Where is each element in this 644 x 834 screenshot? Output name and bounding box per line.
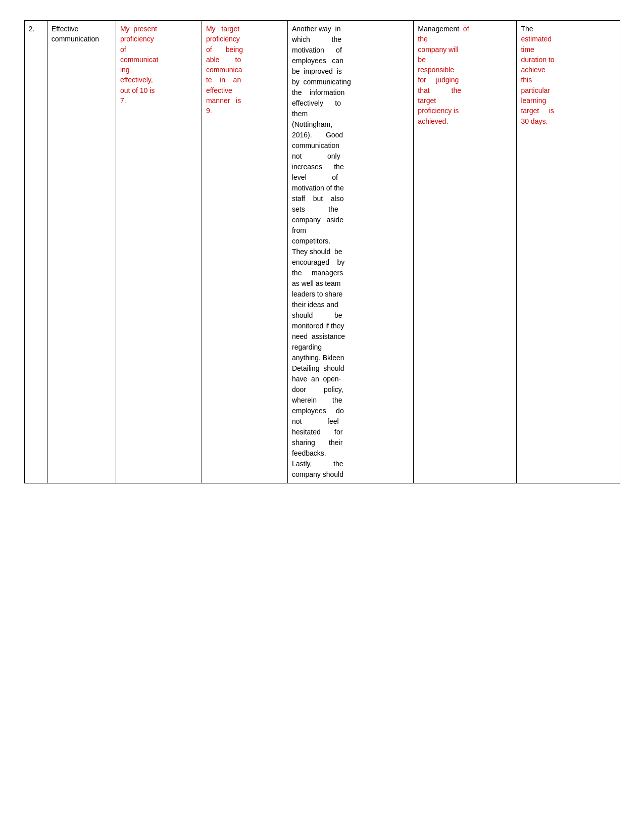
time-cell: The estimated time duration to achieve t… bbox=[517, 21, 620, 483]
topic-cell: Effective communication bbox=[47, 21, 116, 483]
target-proficiency-text: My target proficiency of being able to c… bbox=[206, 25, 243, 115]
time-text: estimated time duration to achieve this … bbox=[521, 35, 554, 125]
topic-line1: Effective bbox=[52, 24, 112, 34]
management-text: of the company will be responsible for j… bbox=[418, 25, 469, 125]
row-number: 2. bbox=[29, 25, 35, 33]
main-table: 2. Effective communication My present pr… bbox=[24, 20, 620, 483]
page-container: 2. Effective communication My present pr… bbox=[14, 10, 630, 494]
another-way-text: Another way in which the motivation of e… bbox=[292, 24, 409, 480]
present-proficiency-cell: My present proficiency of communicat ing… bbox=[116, 21, 202, 483]
another-way-cell: Another way in which the motivation of e… bbox=[287, 21, 413, 483]
row-number-cell: 2. bbox=[24, 21, 47, 483]
time-header: The bbox=[521, 25, 533, 33]
management-header: Management bbox=[418, 25, 459, 33]
table-row: 2. Effective communication My present pr… bbox=[24, 21, 620, 483]
topic-line2: communication bbox=[52, 34, 112, 44]
present-proficiency-text: My present proficiency of communicat ing… bbox=[120, 25, 158, 105]
target-proficiency-cell: My target proficiency of being able to c… bbox=[202, 21, 287, 483]
management-cell: Management of the company will be respon… bbox=[414, 21, 517, 483]
